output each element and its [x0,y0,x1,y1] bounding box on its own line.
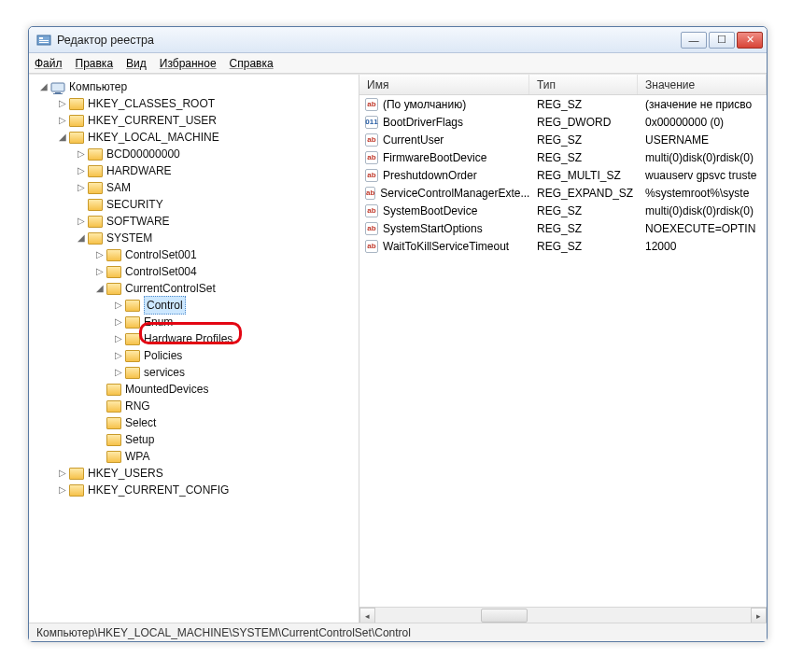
column-headers[interactable]: Имя Тип Значение [359,75,767,95]
tree-cs004[interactable]: ▷ControlSet004 [31,263,357,280]
scroll-thumb[interactable] [481,609,528,623]
value-row[interactable]: ab(По умолчанию)REG_SZ(значение не присв… [359,95,767,113]
tree-rng[interactable]: ▷RNG [31,398,357,414]
string-value-icon: ab [365,204,378,217]
tree-enum[interactable]: ▷Enum [31,314,357,330]
value-row[interactable]: abServiceControlManagerExte...REG_EXPAND… [359,184,767,202]
value-row[interactable]: abSystemStartOptionsREG_SZ NOEXECUTE=OPT… [359,219,767,237]
value-row[interactable]: 011BootDriverFlagsREG_DWORD0x00000000 (0… [359,113,767,131]
menu-view[interactable]: Вид [126,57,147,70]
menu-favorites[interactable]: Избранное [160,57,217,70]
string-value-icon: ab [365,240,378,253]
value-type: REG_DWORD [529,116,638,129]
value-rows[interactable]: ab(По умолчанию)REG_SZ(значение не присв… [359,95,767,607]
folder-icon [106,417,121,429]
minimize-button[interactable]: — [681,32,707,49]
folder-icon [106,283,121,295]
tree-hkcu[interactable]: ▷HKEY_CURRENT_USER [31,112,357,129]
folder-icon [125,333,140,345]
tree-hku[interactable]: ▷HKEY_USERS [31,465,357,482]
svg-rect-3 [39,42,49,43]
tree-services[interactable]: ▷services [31,364,357,381]
app-icon [36,33,51,48]
value-data: multi(0)disk(0)rdisk(0) [638,204,767,217]
tree-sam[interactable]: ▷SAM [31,179,357,196]
tree-setup[interactable]: ▷Setup [31,431,357,448]
value-row[interactable]: abWaitToKillServiceTimeoutREG_SZ12000 [359,237,767,255]
horizontal-scrollbar[interactable]: ◂ ▸ [359,607,767,623]
tree-software[interactable]: ▷SOFTWARE [31,213,357,230]
tree-control[interactable]: ▷Control [31,297,357,314]
folder-icon [125,316,140,329]
binary-value-icon: 011 [365,116,378,129]
svg-rect-1 [39,37,43,39]
value-type: REG_EXPAND_SZ [529,187,638,200]
scroll-right-button[interactable]: ▸ [751,608,767,623]
value-name: SystemBootDevice [383,204,477,217]
menu-file[interactable]: Файл [35,57,63,70]
folder-icon [106,451,121,463]
value-name: ServiceControlManagerExte... [380,187,529,200]
value-name: BootDriverFlags [383,116,463,129]
col-value[interactable]: Значение [638,75,767,94]
title-bar[interactable]: Редактор реестра — ☐ ✕ [29,27,767,53]
value-type: REG_MULTI_SZ [529,169,638,182]
status-path: Компьютер\HKEY_LOCAL_MACHINE\SYSTEM\Curr… [36,626,411,639]
value-data: multi(0)disk(0)rdisk(0) [638,151,767,164]
value-data: USERNAME [638,133,767,147]
value-data: wuauserv gpsvc truste [638,169,767,182]
tree-bcd[interactable]: ▷BCD00000000 [31,146,357,162]
svg-rect-5 [55,92,61,93]
tree-hkcc[interactable]: ▷HKEY_CURRENT_CONFIG [31,482,357,498]
tree-root[interactable]: ◢ Компьютер [31,78,357,95]
value-row[interactable]: abSystemBootDeviceREG_SZmulti(0)disk(0)r… [359,202,767,219]
tree-select[interactable]: ▷Select [31,414,357,431]
value-type: REG_SZ [529,98,638,111]
menu-edit[interactable]: Правка [76,57,114,70]
folder-icon [88,182,103,194]
value-list-pane: Имя Тип Значение ab(По умолчанию)REG_SZ(… [359,75,767,623]
tree-policies[interactable]: ▷Policies [31,347,357,364]
tree-mounteddevices[interactable]: ▷MountedDevices [31,381,357,398]
tree-hkcr[interactable]: ▷HKEY_CLASSES_ROOT [31,95,357,112]
value-type: REG_SZ [529,133,638,147]
folder-icon [106,400,121,413]
computer-icon [50,81,65,93]
value-row[interactable]: abCurrentUserREG_SZUSERNAME [359,131,767,148]
maximize-button[interactable]: ☐ [709,32,735,49]
registry-tree[interactable]: ◢ Компьютер ▷HKEY_CLASSES_ROOT ▷HKEY_CUR… [29,75,359,623]
svg-rect-6 [53,93,63,94]
value-name: SystemStartOptions [383,222,483,235]
tree-hardware-profiles[interactable]: ▷Hardware Profiles [31,330,357,347]
value-data: %systemroot%\syste [638,187,767,200]
scroll-left-button[interactable]: ◂ [359,608,375,623]
value-row[interactable]: abPreshutdownOrderREG_MULTI_SZwuauserv g… [359,166,767,184]
value-name: WaitToKillServiceTimeout [383,240,509,253]
tree-cs001[interactable]: ▷ControlSet001 [31,246,357,263]
tree-currentcontrolset[interactable]: ◢CurrentControlSet [31,280,357,297]
tree-hklm[interactable]: ◢HKEY_LOCAL_MACHINE [31,129,357,146]
col-name[interactable]: Имя [359,75,529,94]
folder-icon [88,165,103,177]
tree-security[interactable]: ▷SECURITY [31,196,357,213]
registry-editor-window: Редактор реестра — ☐ ✕ Файл Правка Вид И… [28,26,768,642]
col-type[interactable]: Тип [529,75,638,94]
value-data: 12000 [638,240,767,253]
folder-icon [106,434,121,446]
value-data: (значение не присво [638,98,767,111]
string-value-icon: ab [365,151,378,164]
value-name: FirmwareBootDevice [383,151,486,164]
value-data: NOEXECUTE=OPTIN [638,222,767,235]
tree-wpa[interactable]: ▷WPA [31,448,357,465]
tree-system[interactable]: ◢SYSTEM [31,230,357,246]
svg-rect-2 [39,40,49,41]
folder-icon [88,148,103,161]
value-type: REG_SZ [529,151,638,164]
close-button[interactable]: ✕ [737,32,763,49]
tree-hardware[interactable]: ▷HARDWARE [31,162,357,179]
folder-icon [69,98,84,110]
value-row[interactable]: abFirmwareBootDeviceREG_SZmulti(0)disk(0… [359,148,767,166]
menu-help[interactable]: Справка [230,57,274,70]
string-value-icon: ab [365,169,378,182]
string-value-icon: ab [365,133,378,147]
